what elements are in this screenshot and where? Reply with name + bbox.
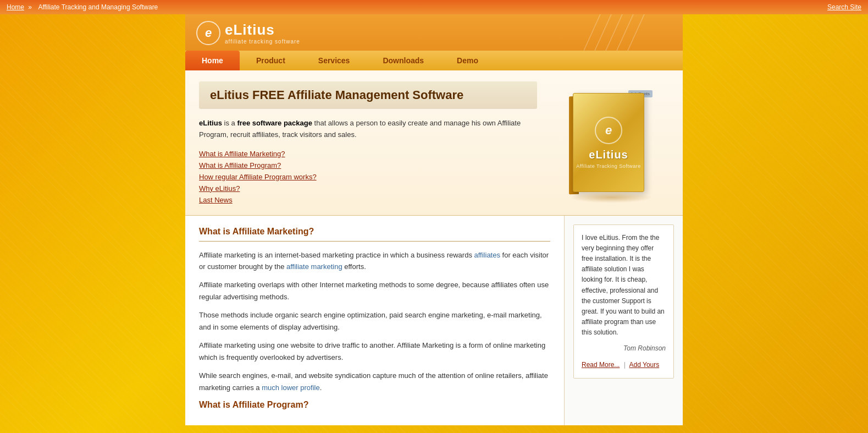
logo-letter: e xyxy=(205,26,212,40)
content-left: What is Affiliate Marketing? Affiliate m… xyxy=(185,216,565,425)
nav-item-product[interactable]: Product xyxy=(240,51,302,70)
svg-line-0 xyxy=(584,14,600,51)
logo-text: eLitius affiliate tracking software xyxy=(225,21,300,45)
hero-right: Intelliants e eLitius Affiliate Tracking… xyxy=(548,81,669,204)
para-1: Affiliate marketing is an internet-based… xyxy=(199,249,550,273)
main-container: e eLitius affiliate tracking software xyxy=(185,14,683,425)
hero-section: eLitius FREE Affiliate Management Softwa… xyxy=(185,70,683,216)
link-last-news[interactable]: Last News xyxy=(199,196,537,204)
main-nav: Home Product Services Downloads Demo xyxy=(185,51,683,70)
nav-item-downloads[interactable]: Downloads xyxy=(366,51,440,70)
affiliates-link[interactable]: affiliates xyxy=(474,251,500,259)
box-icon: e xyxy=(595,117,622,144)
testimonial-separator: | xyxy=(624,361,626,369)
site-header: e eLitius affiliate tracking software xyxy=(185,14,683,51)
hero-left: eLitius FREE Affiliate Management Softwa… xyxy=(199,81,537,204)
free-software-text: free software package xyxy=(237,119,312,127)
testimonial-text: I love eLitius. From the the very beginn… xyxy=(582,233,666,338)
box-main: e eLitius Affiliate Tracking Software xyxy=(573,93,644,192)
box-title: eLitius xyxy=(589,149,628,161)
hero-title-box: eLitius FREE Affiliate Management Softwa… xyxy=(199,81,537,109)
link-why-elitius[interactable]: Why eLitius? xyxy=(199,184,537,193)
top-bar: Home » Affiliate Tracking and Managing S… xyxy=(0,0,868,14)
lower-profile-link[interactable]: much lower profile xyxy=(262,383,320,392)
breadcrumb-current: Affiliate Tracking and Managing Software xyxy=(38,3,158,11)
logo-area: e eLitius affiliate tracking software xyxy=(196,21,300,51)
testimonial-author: Tom Robinson xyxy=(582,343,666,354)
add-yours-link[interactable]: Add Yours xyxy=(629,361,660,369)
logo-name: eLitius xyxy=(225,21,300,39)
search-site-link[interactable]: Search Site xyxy=(827,3,861,11)
section1-heading: What is Affiliate Marketing? xyxy=(199,227,550,237)
link-how-regular-affiliate-works[interactable]: How regular Affiliate Program works? xyxy=(199,173,537,181)
box-shadow xyxy=(570,192,653,203)
brand-name-inline: eLitius xyxy=(199,119,222,127)
breadcrumb: Home » Affiliate Tracking and Managing S… xyxy=(7,3,160,11)
para-4: Affiliate marketing using one website to… xyxy=(199,339,550,363)
svg-line-4 xyxy=(628,14,644,51)
para-2: Affiliate marketing overlaps with other … xyxy=(199,279,550,303)
content-right: I love eLitius. From the the very beginn… xyxy=(565,216,683,425)
link-what-is-affiliate-program[interactable]: What is Affiliate Program? xyxy=(199,161,537,169)
hero-description: eLitius is a free software package that … xyxy=(199,118,537,141)
para-5: While search engines, e-mail, and websit… xyxy=(199,370,550,393)
section2-heading: What is Affiliate Program? xyxy=(199,400,550,410)
content-area: eLitius FREE Affiliate Management Softwa… xyxy=(185,70,683,425)
nav-item-home[interactable]: Home xyxy=(185,51,240,70)
box-letter: e xyxy=(605,123,612,138)
svg-line-1 xyxy=(595,14,611,51)
svg-line-3 xyxy=(617,14,633,51)
read-more-link[interactable]: Read More... xyxy=(582,361,620,369)
nav-item-demo[interactable]: Demo xyxy=(440,51,495,70)
breadcrumb-home-link[interactable]: Home xyxy=(7,3,24,11)
testimonial-links: Read More... | Add Yours xyxy=(582,360,666,370)
para-3: Those methods include organic search eng… xyxy=(199,309,550,333)
svg-line-2 xyxy=(606,14,622,51)
link-what-is-affiliate-marketing[interactable]: What is Affiliate Marketing? xyxy=(199,150,537,158)
testimonial-box: I love eLitius. From the the very beginn… xyxy=(573,224,674,379)
breadcrumb-separator: » xyxy=(28,3,32,11)
header-decoration xyxy=(584,14,650,51)
nav-item-services[interactable]: Services xyxy=(302,51,367,70)
logo-icon: e xyxy=(196,21,220,45)
box-subtitle: Affiliate Tracking Software xyxy=(573,163,643,169)
section-divider xyxy=(199,241,550,242)
affiliate-marketing-link[interactable]: affiliate marketing xyxy=(286,262,342,271)
main-content: What is Affiliate Marketing? Affiliate m… xyxy=(185,216,683,425)
hero-heading: eLitius FREE Affiliate Management Softwa… xyxy=(210,88,526,102)
hero-links-list: What is Affiliate Marketing? What is Aff… xyxy=(199,150,537,204)
product-box-illustration: Intelliants e eLitius Affiliate Tracking… xyxy=(565,87,653,198)
logo-tagline: affiliate tracking software xyxy=(225,39,300,45)
